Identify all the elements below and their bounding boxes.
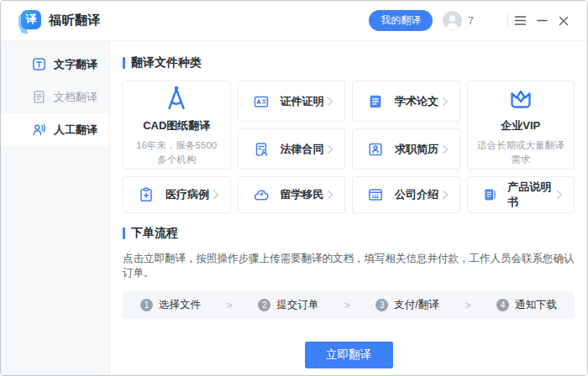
chevron-right-icon: [327, 144, 333, 154]
step-chevron-icon: >: [344, 300, 350, 311]
hamburger-icon: [514, 15, 527, 26]
logo-badge-glyph: 译: [21, 10, 41, 29]
section-title-text: 下单流程: [131, 226, 178, 241]
avatar-person-icon: [443, 11, 462, 30]
translate-now-button[interactable]: 立即翻译: [305, 342, 393, 368]
step-submit-order: 2 提交订单: [258, 298, 318, 312]
legal-contract-icon: [253, 141, 270, 158]
card-subtitle: 16年来，服务5500多个机构: [132, 138, 222, 166]
minimize-icon: [537, 15, 548, 26]
medical-record-icon: [138, 186, 155, 203]
card-label: 法律合同: [281, 142, 324, 157]
file-type-card-grid: CAD图纸翻译 16年来，服务5500多个机构 证件证明: [123, 81, 575, 213]
chevron-right-icon: [442, 97, 449, 107]
order-process-section: 下单流程 点击立即翻译，按照操作步骤上传需要翻译的文档，填写相关信息并付款，工作…: [123, 226, 575, 368]
menu-button[interactable]: [510, 11, 530, 31]
card-resume[interactable]: 求职简历: [352, 128, 460, 170]
close-button[interactable]: [554, 11, 574, 31]
section-title-accent-bar: [123, 227, 125, 239]
card-id-certificates[interactable]: 证件证明: [238, 81, 346, 122]
section-title-text: 翻译文件种类: [131, 55, 202, 70]
step-label: 通知下载: [515, 298, 557, 312]
step-number-badge: 2: [258, 299, 270, 311]
order-steps-bar: 1 选择文件 > 2 提交订单 > 3 支付/翻译 > 4: [123, 291, 575, 319]
card-medical-record[interactable]: 医疗病例: [123, 176, 231, 213]
resume-icon: [367, 141, 384, 158]
main-content: 翻译文件种类 CAD图纸翻译 16年来，服务5500多个机构: [110, 41, 587, 375]
step-pay-translate: 3 支付/翻译: [375, 298, 438, 312]
card-label: 产品说明书: [507, 180, 556, 210]
chevron-right-icon: [442, 190, 449, 200]
step-label: 提交订单: [276, 298, 318, 312]
chevron-right-icon: [213, 190, 219, 200]
step-notify-download: 4 通知下载: [496, 298, 557, 312]
sidebar-item-label: 文字翻译: [54, 57, 97, 72]
user-count-badge: 7: [468, 15, 474, 27]
sidebar-item-human-translate[interactable]: 人工翻译: [1, 113, 109, 146]
card-label: 留学移民: [281, 187, 324, 202]
card-label: 学术论文: [395, 94, 438, 109]
order-process-section-title: 下单流程: [123, 226, 575, 241]
close-icon: [559, 16, 569, 26]
text-translate-icon: [32, 57, 46, 71]
card-product-manual[interactable]: 产品说明书: [467, 176, 575, 213]
order-process-description: 点击立即翻译，按照操作步骤上传需要翻译的文档，填写相关信息并付款，工作人员会联系…: [123, 252, 575, 280]
card-title: CAD图纸翻译: [143, 118, 210, 133]
human-translate-icon: [32, 123, 46, 137]
my-translations-button[interactable]: 我的翻译: [369, 10, 433, 31]
card-label: 公司介绍: [395, 187, 438, 202]
file-types-section-title: 翻译文件种类: [123, 55, 575, 70]
sidebar: 文字翻译 文档翻译 人工翻译: [1, 41, 110, 375]
card-subtitle: 适合长期或大量翻译需求: [476, 138, 566, 166]
card-cad-translate[interactable]: CAD图纸翻译 16年来，服务5500多个机构: [123, 81, 231, 170]
card-enterprise-vip[interactable]: 企业VIP 适合长期或大量翻译需求: [467, 81, 575, 170]
card-label: 证件证明: [281, 94, 324, 109]
top-bar: 译 福昕翻译 我的翻译 7: [1, 1, 587, 41]
step-label: 支付/翻译: [394, 298, 438, 312]
chevron-right-icon: [556, 190, 563, 200]
app-logo-icon: 译: [18, 10, 41, 32]
step-select-file: 1 选择文件: [140, 298, 201, 312]
card-academic-paper[interactable]: 学术论文: [352, 81, 460, 122]
step-number-badge: 4: [496, 299, 509, 311]
company-intro-icon: [367, 186, 384, 203]
card-study-abroad[interactable]: 留学移民: [238, 176, 346, 213]
card-label: 求职简历: [395, 142, 438, 157]
card-label: 医疗病例: [165, 187, 209, 202]
drafting-compass-icon: [162, 84, 191, 112]
sidebar-item-text-translate[interactable]: 文字翻译: [1, 48, 109, 81]
chevron-right-icon: [327, 190, 333, 200]
academic-paper-icon: [367, 93, 384, 110]
sidebar-item-label: 人工翻译: [54, 123, 97, 138]
section-title-accent-bar: [123, 57, 125, 69]
card-company-intro[interactable]: 公司介绍: [352, 176, 460, 213]
step-label: 选择文件: [159, 298, 201, 312]
sidebar-item-document-translate[interactable]: 文档翻译: [1, 81, 109, 113]
product-manual-icon: [482, 186, 497, 203]
id-card-icon: [253, 93, 270, 110]
minimize-button[interactable]: [532, 11, 552, 31]
card-title: 企业VIP: [501, 118, 540, 133]
user-avatar[interactable]: [443, 11, 462, 30]
app-window: 译 福昕翻译 我的翻译 7: [0, 0, 588, 376]
sidebar-item-label: 文档翻译: [54, 90, 97, 105]
chevron-right-icon: [327, 97, 333, 107]
chevron-right-icon: [442, 144, 449, 154]
app-title: 福昕翻译: [49, 13, 101, 29]
step-number-badge: 3: [375, 299, 388, 311]
step-chevron-icon: >: [465, 300, 470, 311]
crown-icon: [507, 84, 535, 112]
document-translate-icon: [32, 90, 46, 104]
topbar-divider: [507, 14, 508, 27]
step-number-badge: 1: [140, 299, 153, 311]
step-chevron-icon: >: [227, 300, 233, 311]
study-abroad-icon: [253, 186, 270, 203]
card-legal-contract[interactable]: 法律合同: [238, 128, 346, 170]
